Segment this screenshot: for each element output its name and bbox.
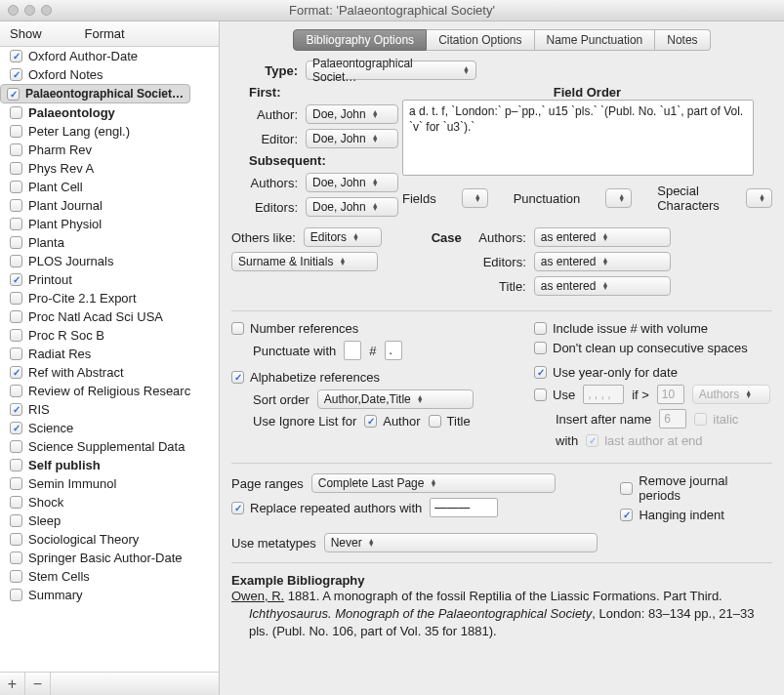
zoom-icon[interactable] (41, 5, 52, 16)
sidebar-item[interactable]: Sleep (0, 511, 219, 530)
punctuate-post-input[interactable] (385, 341, 402, 360)
type-select[interactable]: Palaeontographical Societ…▲▼ (306, 61, 476, 80)
sidebar-item-checkbox[interactable] (10, 366, 22, 379)
sidebar-item-checkbox[interactable] (10, 255, 22, 267)
special-chars-popup[interactable]: ▲▼ (746, 188, 772, 208)
sidebar-item-checkbox[interactable] (10, 348, 22, 360)
subsequent-authors-select[interactable]: Doe, John▲▼ (306, 173, 398, 192)
sidebar-item[interactable]: Oxford Author-Date (0, 47, 219, 65)
sidebar-item-checkbox[interactable] (10, 514, 22, 527)
case-title-select[interactable]: as entered▲▼ (534, 276, 671, 296)
sidebar-item[interactable]: Summary (0, 586, 219, 604)
sidebar-item[interactable]: Plant Journal (0, 196, 219, 215)
ignore-title-checkbox[interactable] (429, 415, 441, 428)
sidebar-item[interactable]: Science Supplemental Data (0, 437, 219, 456)
sidebar-item-checkbox[interactable] (10, 329, 22, 342)
sidebar-item[interactable]: Ref with Abstract (0, 363, 219, 382)
sidebar-item[interactable]: Radiat Res (0, 345, 219, 363)
punctuate-pre-input[interactable] (344, 341, 361, 360)
sidebar-item[interactable]: Proc R Soc B (0, 326, 219, 345)
sidebar-item[interactable]: Shock (0, 493, 219, 511)
sidebar-item[interactable]: Proc Natl Acad Sci USA (0, 307, 219, 326)
first-editor-select[interactable]: Doe, John▲▼ (306, 129, 398, 148)
sort-order-select[interactable]: Author,Date,Title▲▼ (317, 389, 474, 409)
use-separator-input[interactable] (583, 385, 624, 404)
sidebar-item[interactable]: Palaeontographical Societ… (0, 84, 190, 103)
sidebar-item-checkbox[interactable] (10, 385, 22, 397)
sidebar-item[interactable]: Oxford Notes (0, 65, 219, 84)
sidebar-item-checkbox[interactable] (7, 88, 20, 101)
field-order-textarea[interactable]: a d. t. f, `London:` p–`pp.,` u15 `pls.`… (402, 100, 754, 176)
replace-authors-input[interactable] (430, 498, 498, 517)
if-gt-input[interactable] (657, 385, 684, 404)
sidebar-item[interactable]: PLOS Journals (0, 252, 219, 270)
number-references-checkbox[interactable] (231, 322, 244, 335)
add-button[interactable]: + (0, 673, 25, 696)
sidebar-item-checkbox[interactable] (10, 477, 22, 490)
sidebar-item-checkbox[interactable] (10, 440, 22, 453)
sidebar-item[interactable]: Self publish (0, 456, 219, 474)
sidebar-item[interactable]: Plant Cell (0, 178, 219, 196)
sidebar-item[interactable]: Springer Basic Author-Date (0, 549, 219, 567)
sidebar-item[interactable]: Science (0, 419, 219, 437)
sidebar-item-checkbox[interactable] (10, 143, 22, 156)
sidebar-item-checkbox[interactable] (10, 292, 22, 305)
insert-after-input[interactable] (659, 409, 686, 429)
sidebar-col-show[interactable]: Show (10, 26, 42, 41)
sidebar-item[interactable]: RIS (0, 400, 219, 419)
page-ranges-select[interactable]: Complete Last Page▲▼ (311, 473, 556, 493)
sidebar-item-checkbox[interactable] (10, 125, 22, 138)
punctuation-popup[interactable]: ▲▼ (605, 188, 632, 208)
sidebar-item[interactable]: Printout (0, 270, 219, 289)
alphabetize-checkbox[interactable] (231, 371, 244, 384)
sidebar-item[interactable]: Semin Immunol (0, 474, 219, 493)
minimize-icon[interactable] (24, 5, 35, 16)
sidebar-item-checkbox[interactable] (10, 218, 22, 230)
first-author-select[interactable]: Doe, John▲▼ (306, 104, 398, 124)
sidebar-item[interactable]: Pro-Cite 2.1 Export (0, 289, 219, 307)
sidebar-item[interactable]: Peter Lang (engl.) (0, 122, 219, 141)
others-style-select[interactable]: Surname & Initials▲▼ (231, 252, 378, 271)
sidebar-item-checkbox[interactable] (10, 106, 22, 119)
sidebar-item[interactable]: Planta (0, 233, 219, 252)
sidebar-item[interactable]: Sociological Theory (0, 530, 219, 549)
include-issue-checkbox[interactable] (534, 322, 547, 335)
tab-bibliography-options[interactable]: Bibliography Options (293, 29, 427, 51)
replace-authors-checkbox[interactable] (231, 502, 244, 514)
sidebar-item-checkbox[interactable] (10, 552, 22, 564)
sidebar-item-checkbox[interactable] (10, 68, 22, 81)
year-only-checkbox[interactable] (534, 366, 547, 379)
use-separator-checkbox[interactable] (534, 388, 547, 401)
sidebar-item[interactable]: Phys Rev A (0, 159, 219, 178)
close-icon[interactable] (8, 5, 19, 16)
sidebar-item[interactable]: Pharm Rev (0, 141, 219, 159)
sidebar-item[interactable]: Review of Religious Researc (0, 382, 219, 400)
subsequent-editors-select[interactable]: Doe, John▲▼ (306, 197, 398, 217)
sidebar-item-checkbox[interactable] (10, 236, 22, 249)
sidebar-item[interactable]: Plant Physiol (0, 215, 219, 233)
sidebar-item-checkbox[interactable] (10, 162, 22, 175)
hanging-indent-checkbox[interactable] (620, 509, 633, 521)
sidebar-item-checkbox[interactable] (10, 496, 22, 509)
tab-name-punctuation[interactable]: Name Punctuation (535, 29, 656, 51)
sidebar-item-checkbox[interactable] (10, 459, 22, 471)
remove-button[interactable]: − (25, 673, 51, 696)
use-metatypes-select[interactable]: Never▲▼ (324, 533, 598, 552)
sidebar-col-format[interactable]: Format (85, 26, 125, 41)
sidebar-item-checkbox[interactable] (10, 570, 22, 583)
sidebar-item-checkbox[interactable] (10, 50, 22, 62)
case-authors-select[interactable]: as entered▲▼ (534, 227, 671, 247)
remove-journal-checkbox[interactable] (620, 482, 633, 495)
sidebar-item[interactable]: Stem Cells (0, 567, 219, 586)
sidebar-item[interactable]: Palaeontology (0, 103, 219, 122)
sidebar-item-checkbox[interactable] (10, 422, 22, 434)
fields-popup[interactable]: ▲▼ (462, 188, 488, 208)
sidebar-item-checkbox[interactable] (10, 199, 22, 212)
others-like-select[interactable]: Editors▲▼ (304, 227, 382, 247)
dont-clean-checkbox[interactable] (534, 342, 547, 354)
ignore-author-checkbox[interactable] (364, 415, 377, 428)
case-editors-select[interactable]: as entered▲▼ (534, 252, 671, 271)
tab-notes[interactable]: Notes (655, 29, 710, 51)
sidebar-item-checkbox[interactable] (10, 589, 22, 601)
sidebar-item-checkbox[interactable] (10, 403, 22, 416)
